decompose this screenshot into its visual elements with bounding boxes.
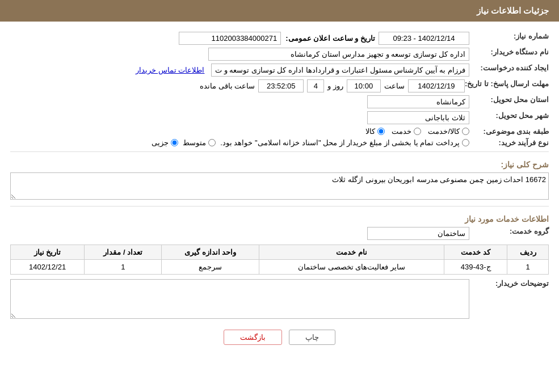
- table-cell-quantity: 1: [85, 260, 162, 275]
- purchase-type-row: نوع فرآیند خرید: پرداخت تمام یا بخشی از …: [10, 138, 549, 147]
- description-area: [10, 172, 549, 201]
- buyer-notes-row: توضیحات خریدار:: [10, 279, 549, 321]
- need-number-row: شماره نیاز: 1102003384000271 1402/12/14 …: [10, 32, 549, 45]
- category-row: طبقه بندی موضوعی: کالا/خدمت خدمت کالا: [10, 127, 549, 136]
- table-cell-date: 1402/12/21: [11, 260, 85, 275]
- purchase-note-text: پرداخت تمام یا بخشی از مبلغ خریدار از مح…: [220, 138, 460, 147]
- services-table: ردیف کد خدمت نام خدمت واحد اندازه گیری ت…: [10, 245, 549, 275]
- requester-contact-link[interactable]: اطلاعات تماس خریدار: [136, 66, 204, 74]
- table-cell-name: سایر فعالیت‌های تخصصی ساختمان: [259, 260, 444, 275]
- deadline-time-label: ساعت: [384, 82, 405, 90]
- announce-datetime-label: تاریخ و ساعت اعلان عمومی:: [285, 34, 375, 43]
- col-service-name: نام خدمت: [259, 245, 444, 260]
- province-label: استان محل تحویل:: [469, 95, 549, 104]
- buyer-org-row: نام دستگاه خریدار: اداره کل توسازی توسعه…: [10, 48, 549, 61]
- page-header: جزئیات اطلاعات نیاز: [0, 0, 559, 22]
- requester-label: ایجاد کننده درخواست:: [469, 64, 549, 72]
- deadline-days-value: 4: [307, 79, 324, 92]
- province-row: استان محل تحویل: کرمانشاه: [10, 95, 549, 108]
- button-bar: چاپ بازگشت: [10, 330, 549, 345]
- deadline-date-value: 1402/12/19: [408, 79, 465, 92]
- description-textarea[interactable]: [10, 172, 549, 200]
- table-cell-code: ج-43-439: [444, 260, 507, 275]
- city-label: شهر محل تحویل:: [469, 111, 549, 120]
- deadline-label: مهلت ارسال پاسخ: تا تاریخ:: [465, 79, 549, 88]
- city-row: شهر محل تحویل: ثلاث باباجانی: [10, 111, 549, 124]
- requester-value: فرزام به آیین کارشناس مسئول اعتبارات و ق…: [211, 64, 469, 77]
- deadline-suffix: ساعت باقی مانده: [200, 82, 255, 90]
- table-header: ردیف کد خدمت نام خدمت واحد اندازه گیری ت…: [11, 245, 549, 260]
- col-quantity: تعداد / مقدار: [85, 245, 162, 260]
- col-row-num: ردیف: [507, 245, 549, 260]
- buyer-org-value: اداره کل توسازی توسعه و تجهیز مدارس استا…: [208, 48, 469, 61]
- category-option-kala[interactable]: کالا: [365, 127, 385, 136]
- service-group-value: ساختمان: [367, 227, 469, 240]
- city-value: ثلاث باباجانی: [367, 111, 469, 124]
- table-row: 1ج-43-439سایر فعالیت‌های تخصصی ساختمانسر…: [11, 260, 549, 275]
- purchase-type-label: نوع فرآیند خرید:: [469, 138, 549, 147]
- back-button[interactable]: بازگشت: [224, 330, 282, 345]
- deadline-days-label: روز و: [327, 82, 343, 90]
- requester-row: ایجاد کننده درخواست: فرزام به آیین کارشن…: [10, 64, 549, 77]
- print-button[interactable]: چاپ: [289, 330, 335, 345]
- need-number-value: 1102003384000271: [179, 32, 281, 45]
- service-group-row: گروه خدمت: ساختمان: [10, 227, 549, 240]
- province-value: کرمانشاه: [367, 95, 469, 108]
- services-section-title: اطلاعات خدمات مورد نیاز: [10, 214, 549, 224]
- buyer-org-label: نام دستگاه خریدار:: [469, 48, 549, 56]
- table-cell-unit: سرجمع: [162, 260, 259, 275]
- table-cell-row: 1: [507, 260, 549, 275]
- buyer-notes-label: توضیحات خریدار:: [469, 279, 549, 288]
- page-title: جزئیات اطلاعات نیاز: [477, 6, 549, 15]
- purchase-type-option-medium[interactable]: متوسط: [183, 138, 216, 147]
- service-group-label: گروه خدمت:: [469, 227, 549, 235]
- purchase-type-option-partial[interactable]: جزیی: [152, 138, 178, 147]
- category-option-khedmat[interactable]: خدمت: [392, 127, 421, 136]
- category-option-kala-khedmat[interactable]: کالا/خدمت: [428, 127, 469, 136]
- main-content: شماره نیاز: 1102003384000271 1402/12/14 …: [0, 22, 559, 356]
- category-label: طبقه بندی موضوعی:: [469, 127, 549, 136]
- need-number-label: شماره نیاز:: [469, 32, 549, 40]
- buyer-notes-textarea[interactable]: [10, 279, 469, 319]
- category-radio-group: کالا/خدمت خدمت کالا: [10, 127, 469, 136]
- description-section-title: شرح کلی نیاز:: [10, 160, 549, 169]
- table-body: 1ج-43-439سایر فعالیت‌های تخصصی ساختمانسر…: [11, 260, 549, 275]
- purchase-type-option-note[interactable]: پرداخت تمام یا بخشی از مبلغ خریدار از مح…: [220, 138, 469, 147]
- announce-date-value: 1402/12/14 - 09:23: [379, 32, 469, 45]
- col-date: تاریخ نیاز: [11, 245, 85, 260]
- deadline-countdown-value: 23:52:05: [258, 79, 304, 92]
- deadline-row: مهلت ارسال پاسخ: تا تاریخ: 1402/12/19 سا…: [10, 79, 549, 92]
- col-unit: واحد اندازه گیری: [162, 245, 259, 260]
- page-wrapper: جزئیات اطلاعات نیاز شماره نیاز: 11020033…: [0, 0, 559, 392]
- deadline-time-value: 10:00: [347, 79, 381, 92]
- col-service-code: کد خدمت: [444, 245, 507, 260]
